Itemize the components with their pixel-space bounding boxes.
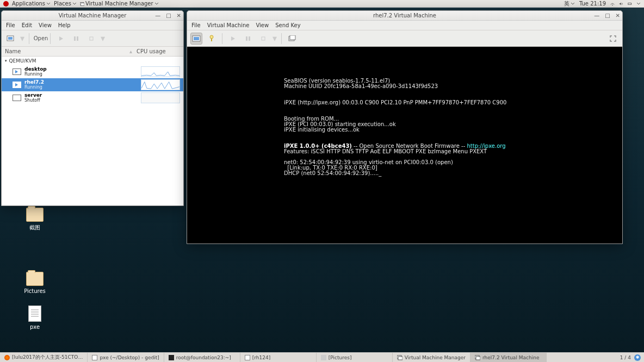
desktop-label: 截图 xyxy=(18,224,51,232)
vm-console-window: rhel7.2 Virtual Machine — □ ✕ File Virtu… xyxy=(187,10,623,244)
fullscreen-button[interactable] xyxy=(607,33,619,45)
battery-icon[interactable] xyxy=(628,2,632,6)
window-title: Virtual Machine Manager xyxy=(59,13,127,18)
minimize-button[interactable]: — xyxy=(594,13,599,18)
folder-icon xyxy=(26,272,44,286)
vmm-list-header: Name ▴ CPU usage xyxy=(2,47,183,57)
menu-file[interactable]: File xyxy=(191,22,201,28)
vmcon-toolbar: ▾ xyxy=(187,30,622,47)
app-menu[interactable]: Virtual Machine Manager xyxy=(80,1,159,7)
menu-help[interactable]: Help xyxy=(58,22,71,28)
ime-indicator[interactable]: 英 xyxy=(564,0,575,8)
desktop-folder-screenshot[interactable]: 截图 xyxy=(18,208,51,232)
cpu-sparkline xyxy=(141,66,180,77)
console-view-button[interactable] xyxy=(190,33,202,45)
snapshot-button[interactable] xyxy=(286,33,298,45)
clock[interactable]: Tue 21:19 xyxy=(579,1,606,7)
svg-rect-4 xyxy=(631,3,631,4)
svg-rect-13 xyxy=(194,37,199,40)
open-vm-button[interactable]: Open xyxy=(34,33,46,45)
run-button[interactable] xyxy=(55,33,67,45)
connection-row[interactable]: QEMU/KVM xyxy=(2,57,183,65)
new-vm-button[interactable] xyxy=(5,33,17,45)
svg-point-14 xyxy=(210,35,213,39)
vmm-window: Virtual Machine Manager — □ ✕ File Edit … xyxy=(1,10,184,206)
a11y-icon[interactable]: ✱ xyxy=(634,354,641,361)
vm-row-server[interactable]: serverShutoff xyxy=(2,91,183,104)
maximize-button[interactable]: □ xyxy=(166,13,171,18)
menu-vm[interactable]: Virtual Machine xyxy=(207,22,250,28)
task-rh124[interactable]: [rh124] xyxy=(240,353,317,362)
gnome-top-panel: Applications Places Virtual Machine Mana… xyxy=(0,0,644,8)
vmm-titlebar[interactable]: Virtual Machine Manager — □ ✕ xyxy=(2,11,183,21)
maximize-button[interactable]: □ xyxy=(605,13,610,18)
folder-icon xyxy=(26,208,44,222)
task-pictures[interactable]: [Pictures] xyxy=(317,353,393,362)
menu-sendkey[interactable]: Send Key xyxy=(275,22,301,28)
svg-rect-16 xyxy=(246,36,247,41)
activities-icon[interactable] xyxy=(3,1,9,7)
network-icon[interactable] xyxy=(610,2,615,6)
volume-icon[interactable] xyxy=(619,2,623,6)
svg-rect-17 xyxy=(249,36,250,41)
task-vmm[interactable]: Virtual Machine Manager xyxy=(393,353,470,362)
svg-rect-9 xyxy=(74,36,76,41)
vm-row-rhel72[interactable]: rhel7.2Running xyxy=(2,78,183,91)
window-title: rhel7.2 Virtual Machine xyxy=(373,13,436,18)
gedit-icon xyxy=(92,355,97,360)
applications-menu[interactable]: Applications xyxy=(12,1,51,7)
vmm-menubar: File Edit View Help xyxy=(2,21,183,30)
details-view-button[interactable] xyxy=(206,33,218,45)
doc-icon xyxy=(245,355,250,360)
vmcon-menubar: File Virtual Machine View Send Key xyxy=(187,21,622,30)
vmm-icon xyxy=(397,355,403,360)
task-gedit[interactable]: pxe (~/Desktop) - gedit] xyxy=(88,353,164,362)
menu-file[interactable]: File xyxy=(6,22,15,28)
vm-state-icon xyxy=(13,95,21,101)
bottom-taskbar: [lulu2017的个人主页-51CTO… pxe (~/Desktop) - … xyxy=(0,352,644,362)
shutdown-button[interactable] xyxy=(85,33,97,45)
firefox-icon xyxy=(4,355,10,360)
menu-edit[interactable]: Edit xyxy=(22,22,32,28)
places-menu[interactable]: Places xyxy=(54,1,77,7)
svg-rect-22 xyxy=(398,357,403,360)
desktop-file-pxe[interactable]: pxe xyxy=(18,305,51,330)
vmm-icon xyxy=(80,2,84,6)
close-button[interactable]: ✕ xyxy=(616,13,620,18)
svg-rect-24 xyxy=(476,357,480,360)
cpu-sparkline xyxy=(141,92,180,103)
vm-console[interactable]: SeaBIOS (version seabios-1.7.5-11.el7) M… xyxy=(187,47,622,244)
svg-rect-18 xyxy=(262,37,265,40)
workspace-indicator[interactable]: 1 / 4 ✱ xyxy=(617,353,644,362)
minimize-button[interactable]: — xyxy=(155,13,160,18)
svg-rect-1 xyxy=(81,3,84,5)
svg-rect-6 xyxy=(8,37,13,40)
vmm-icon xyxy=(475,355,480,360)
pause-button[interactable] xyxy=(70,33,82,45)
vm-state-icon xyxy=(13,68,21,75)
run-button[interactable] xyxy=(227,33,239,45)
vmm-list[interactable]: QEMU/KVM desktopRunning rhel7.2Running s… xyxy=(2,57,183,205)
vm-state-icon xyxy=(13,82,21,88)
svg-point-2 xyxy=(612,4,613,5)
svg-rect-15 xyxy=(211,39,212,41)
vm-row-desktop[interactable]: desktopRunning xyxy=(2,65,183,78)
desktop-label: pxe xyxy=(18,324,51,330)
task-vmconsole[interactable]: rhel7.2 Virtual Machine xyxy=(470,353,547,362)
desktop-folder-pictures[interactable]: Pictures xyxy=(18,272,51,294)
pause-button[interactable] xyxy=(242,33,254,45)
svg-rect-11 xyxy=(90,37,93,40)
file-icon xyxy=(28,305,41,322)
close-button[interactable]: ✕ xyxy=(177,13,181,18)
menu-view[interactable]: View xyxy=(256,22,269,28)
menu-view[interactable]: View xyxy=(39,22,52,28)
svg-rect-10 xyxy=(77,36,78,41)
column-name[interactable]: Name xyxy=(5,48,129,54)
svg-rect-20 xyxy=(290,35,295,40)
column-cpu[interactable]: CPU usage xyxy=(137,48,180,54)
shutdown-button[interactable] xyxy=(257,33,269,45)
vmcon-titlebar[interactable]: rhel7.2 Virtual Machine — □ ✕ xyxy=(187,11,622,21)
task-firefox[interactable]: [lulu2017的个人主页-51CTO… xyxy=(0,353,88,362)
task-terminal[interactable]: root@foundation23:~] xyxy=(164,353,240,362)
system-menu-icon[interactable] xyxy=(636,2,641,6)
